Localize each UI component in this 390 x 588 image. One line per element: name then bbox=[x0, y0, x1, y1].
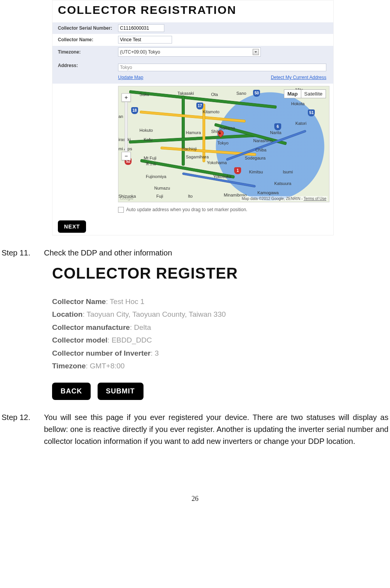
timezone-select[interactable]: (UTC+09:00) Tokyo bbox=[118, 47, 261, 57]
address-label: Address: bbox=[52, 60, 118, 81]
button-row: BACK SUBMIT bbox=[52, 383, 284, 400]
city-label: Chiba bbox=[255, 148, 267, 152]
summary-location: Location: Taoyuan City, Taoyuan County, … bbox=[52, 309, 284, 320]
auto-update-label: Auto update address when you drag to set… bbox=[126, 207, 247, 212]
city-label: Shiki bbox=[211, 129, 220, 134]
city-label: Katsuura bbox=[274, 181, 291, 186]
google-logo: Google bbox=[120, 195, 133, 201]
city-label: Mt Fuji bbox=[144, 156, 157, 160]
step-number: Step 11. bbox=[2, 247, 44, 259]
city-label: Saitama bbox=[219, 126, 235, 130]
city-label: Narashino bbox=[253, 138, 272, 143]
name-input[interactable] bbox=[118, 36, 172, 44]
row-name: Collector Name: bbox=[52, 34, 333, 46]
route-shield: 51 bbox=[308, 109, 315, 116]
name-label: Collector Name: bbox=[52, 34, 118, 46]
city-label: Isumi bbox=[283, 170, 293, 174]
city-label: Hachioji bbox=[182, 146, 197, 151]
register-title: COLLECTOR REGISTER bbox=[52, 261, 284, 285]
timezone-value: (UTC+09:00) Tokyo bbox=[120, 49, 160, 56]
route-shield: 17 bbox=[196, 102, 203, 109]
route-shield: 1 bbox=[234, 167, 241, 174]
map-type-map[interactable]: Map bbox=[284, 89, 301, 98]
city-label: Kamogawa bbox=[257, 190, 279, 195]
auto-update-row: Auto update address when you drag to set… bbox=[52, 205, 333, 217]
city-label: Ota bbox=[211, 92, 218, 97]
step-12: Step 12. You will see this page if you e… bbox=[0, 412, 390, 447]
detect-address-link[interactable]: Detect My Current Address bbox=[271, 74, 326, 81]
zoom-in-button[interactable]: + bbox=[122, 93, 131, 102]
terms-link[interactable]: Terms of Use bbox=[304, 197, 326, 201]
summary-inverter-count: Collector number of Inverter: 3 bbox=[52, 348, 284, 359]
route-shield: 6 bbox=[274, 123, 281, 130]
row-serial: Collector Serial Number: bbox=[52, 22, 333, 34]
city-label: Kofu bbox=[144, 137, 153, 142]
collector-register-screenshot: COLLECTOR REGISTER Collector Name: Test … bbox=[52, 261, 284, 400]
city-label: Fuji bbox=[156, 194, 163, 198]
city-label: Saku bbox=[140, 92, 149, 97]
step-text: You will see this page if you ever regis… bbox=[44, 412, 388, 447]
city-label: Yokosuka bbox=[213, 174, 231, 179]
step-number: Step 12. bbox=[2, 412, 44, 447]
page-number: 26 bbox=[0, 494, 390, 504]
route-shield: 50 bbox=[253, 90, 260, 97]
city-label: Sagamihara bbox=[186, 155, 209, 159]
update-map-link[interactable]: Update Map bbox=[118, 74, 143, 81]
registration-title: COLLECTOR REGISTRATION bbox=[58, 1, 333, 19]
chevron-down-icon bbox=[253, 49, 259, 55]
timezone-label: Timezone: bbox=[52, 46, 118, 58]
city-label: Takasaki bbox=[177, 91, 194, 96]
city-label: Tokyo bbox=[218, 141, 229, 145]
row-timezone: Timezone: (UTC+09:00) Tokyo bbox=[52, 46, 333, 59]
map-type-satellite[interactable]: Satellite bbox=[301, 89, 326, 98]
city-label: Hamura bbox=[186, 130, 201, 135]
auto-update-checkbox[interactable] bbox=[118, 207, 124, 213]
next-button[interactable]: NEXT bbox=[58, 220, 86, 233]
route-shield: 18 bbox=[131, 107, 138, 114]
city-label: Numazu bbox=[154, 186, 170, 190]
collector-registration-screenshot: COLLECTOR REGISTRATION Collector Serial … bbox=[52, 0, 334, 235]
city-label: Katori bbox=[295, 121, 307, 126]
city-label: Narita bbox=[270, 130, 281, 135]
summary-name: Collector Name: Test Hoc 1 bbox=[52, 296, 284, 307]
city-label: Ito bbox=[188, 194, 192, 198]
map-attribution: Map data ©2012 Google, ZENRIN - Terms of… bbox=[240, 196, 328, 201]
summary-manufacture: Collector manufacture: Delta bbox=[52, 322, 284, 333]
city-label: an bbox=[118, 114, 123, 119]
city-label: Hokuto bbox=[140, 128, 153, 133]
summary-timezone: Timezone: GMT+8:00 bbox=[52, 360, 284, 371]
back-button[interactable]: BACK bbox=[52, 383, 91, 400]
map-row: 18 50 17 51 6 52 1 Saku Takasaki Ota San… bbox=[52, 84, 333, 205]
map-type-toggle: Map Satellite bbox=[284, 89, 326, 98]
map[interactable]: 18 50 17 51 6 52 1 Saku Takasaki Ota San… bbox=[118, 86, 329, 202]
city-label: Fujinomiya bbox=[146, 174, 166, 179]
city-label: Sano bbox=[236, 91, 246, 96]
address-input[interactable] bbox=[118, 64, 326, 71]
serial-label: Collector Serial Number: bbox=[52, 22, 118, 34]
step-11: Step 11. Check the DDP and other informa… bbox=[0, 247, 390, 259]
step-text: Check the DDP and other information bbox=[44, 247, 388, 259]
submit-button[interactable]: SUBMIT bbox=[98, 383, 144, 400]
summary-model: Collector model: EBDD_DDC bbox=[52, 334, 284, 346]
city-label: Yokohama bbox=[207, 160, 227, 165]
serial-input[interactable] bbox=[118, 24, 164, 32]
row-address: Address: Update Map Detect My Current Ad… bbox=[52, 58, 333, 84]
zoom-slider[interactable] bbox=[125, 102, 128, 152]
city-label: Hokota bbox=[291, 101, 305, 106]
city-label: 富士山 bbox=[146, 161, 156, 166]
city-label: Kitamoto bbox=[203, 109, 219, 114]
city-label: Sodegaura bbox=[245, 156, 266, 160]
zoom-out-button[interactable]: − bbox=[122, 152, 131, 160]
city-label: Kimitsu bbox=[249, 170, 263, 174]
